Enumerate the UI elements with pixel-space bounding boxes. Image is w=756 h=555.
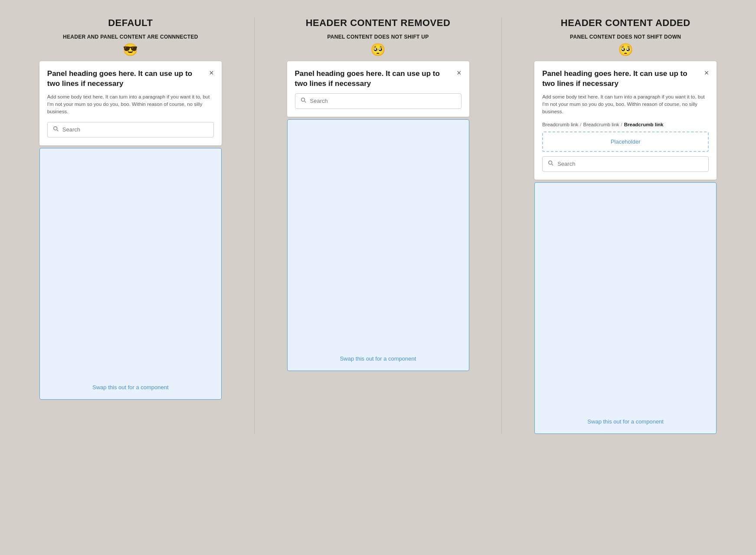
swap-link-header-removed[interactable]: Swap this out for a component: [340, 355, 416, 362]
search-icon-header-added: [548, 160, 557, 168]
panel-body-default: Swap this out for a component: [39, 148, 222, 400]
panel-body-text-header-added: Add some body text here. It can turn int…: [542, 93, 709, 116]
search-input-header-added[interactable]: [557, 161, 703, 167]
breadcrumb-header-added: Breadcrumb link/Breadcrumb link/Breadcru…: [542, 122, 709, 127]
panel-heading-header-removed: Panel heading goes here. It can use up t…: [295, 69, 457, 89]
panel-heading-header-added: Panel heading goes here. It can use up t…: [542, 69, 704, 89]
search-container-header-added: [542, 156, 709, 172]
panel-body-header-removed: Swap this out for a component: [287, 119, 469, 371]
close-button-header-removed[interactable]: ×: [457, 69, 461, 77]
breadcrumb-link-header-added-1[interactable]: Breadcrumb link: [583, 122, 619, 127]
column-subtitle-header-removed: PANEL CONTENT DOES NOT SHIFT UP: [327, 34, 429, 40]
panel-card-header-removed: Panel heading goes here. It can use up t…: [287, 61, 469, 117]
svg-point-4: [549, 161, 552, 164]
panel-header-row-header-added: Panel heading goes here. It can use up t…: [542, 69, 709, 89]
svg-point-2: [301, 98, 304, 102]
column-divider-1: [501, 17, 502, 434]
search-container-default: [47, 122, 214, 138]
breadcrumb-sep-header-added-1: /: [621, 122, 622, 127]
svg-line-1: [57, 130, 58, 131]
panel-header-row-default: Panel heading goes here. It can use up t…: [47, 69, 214, 89]
breadcrumb-link-header-added-2[interactable]: Breadcrumb link: [624, 122, 664, 127]
panel-header-row-header-removed: Panel heading goes here. It can use up t…: [295, 69, 461, 89]
swap-link-default[interactable]: Swap this out for a component: [92, 384, 169, 391]
column-header-removed: HEADER CONTENT REMOVEDPANEL CONTENT DOES…: [256, 17, 500, 371]
column-default: DEFAULTHEADER AND PANEL CONTENT ARE CONN…: [9, 17, 252, 400]
column-title-header-removed: HEADER CONTENT REMOVED: [306, 17, 451, 29]
close-button-header-added[interactable]: ×: [704, 69, 709, 77]
panel-body-header-added: Swap this out for a component: [534, 182, 717, 434]
panel-card-header-added: Panel heading goes here. It can use up t…: [534, 61, 717, 180]
emoji-header-added: 🥺: [618, 43, 633, 57]
svg-line-3: [304, 101, 306, 102]
column-title-default: DEFAULT: [108, 17, 153, 29]
panel-body-text-default: Add some body text here. It can turn int…: [47, 93, 214, 116]
svg-point-0: [54, 126, 57, 130]
search-input-header-removed[interactable]: [310, 98, 456, 104]
column-subtitle-default: HEADER AND PANEL CONTENT ARE CONNNECTED: [63, 34, 198, 40]
panel-heading-default: Panel heading goes here. It can use up t…: [47, 69, 209, 89]
emoji-header-removed: 🥺: [370, 43, 386, 57]
emoji-default: 😎: [123, 43, 138, 57]
search-icon-header-removed: [301, 97, 310, 105]
column-subtitle-header-added: PANEL CONTENT DOES NOT SHIFT DOWN: [570, 34, 681, 40]
column-divider-0: [254, 17, 255, 434]
panel-card-default: Panel heading goes here. It can use up t…: [39, 61, 222, 145]
breadcrumb-sep-header-added-0: /: [580, 122, 581, 127]
search-icon-default: [53, 126, 62, 134]
column-header-added: HEADER CONTENT ADDEDPANEL CONTENT DOES N…: [504, 17, 747, 434]
search-container-header-removed: [295, 93, 461, 109]
close-button-default[interactable]: ×: [209, 69, 214, 77]
svg-line-5: [552, 164, 553, 165]
search-input-default[interactable]: [62, 126, 208, 133]
placeholder-box-header-added: Placeholder: [542, 131, 709, 152]
column-title-header-added: HEADER CONTENT ADDED: [561, 17, 691, 29]
swap-link-header-added[interactable]: Swap this out for a component: [587, 418, 664, 425]
breadcrumb-link-header-added-0[interactable]: Breadcrumb link: [542, 122, 578, 127]
columns-wrapper: DEFAULTHEADER AND PANEL CONTENT ARE CONN…: [9, 17, 747, 434]
